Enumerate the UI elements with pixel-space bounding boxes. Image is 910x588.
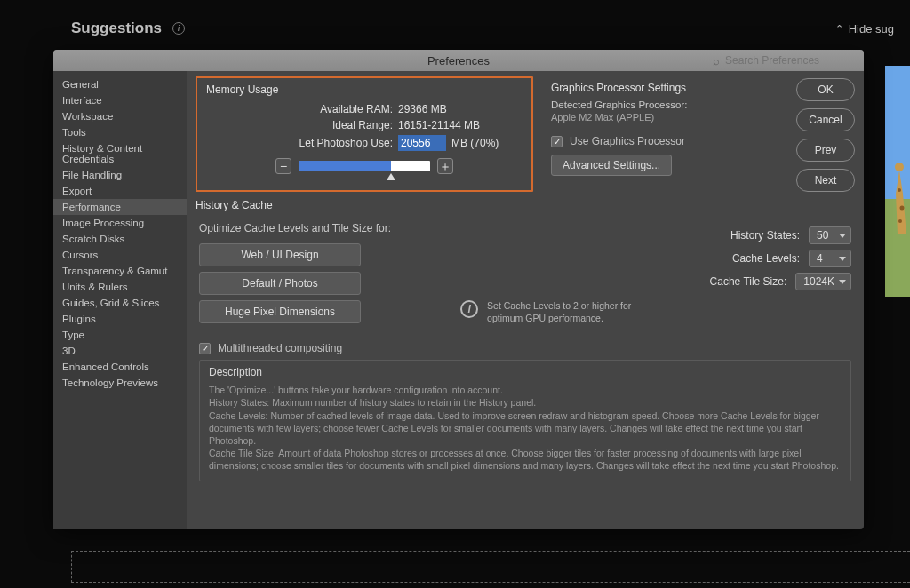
sidebar-item-cursors[interactable]: Cursors [53,247,187,263]
sidebar-item-export[interactable]: Export [53,183,187,199]
gpu-title: Graphics Processor Settings [551,82,778,94]
description-line1: The 'Optimize...' buttons take your hard… [209,384,842,396]
hide-suggestions-button[interactable]: ⌃ Hide sug [835,22,894,36]
preferences-main: Memory Usage Available RAM: 29366 MB Ide… [187,71,864,529]
hide-suggestions-label: Hide sug [849,22,894,36]
use-gpu-checkbox[interactable] [551,136,563,147]
history-cache-title: History & Cache [196,199,855,211]
next-button[interactable]: Next [796,169,855,192]
cache-levels-label: Cache Levels: [732,252,800,265]
suggestions-label: Suggestions [71,20,162,37]
cache-tile-size-select[interactable]: 1024K [795,273,851,290]
search-input[interactable] [725,54,853,67]
memory-decrease-button[interactable]: − [275,158,291,174]
detected-gpu-name: Apple M2 Max (APPLE) [551,112,778,123]
sidebar-item-image-processing[interactable]: Image Processing [53,215,187,231]
sidebar-item-transparency-gamut[interactable]: Transparency & Gamut [53,263,187,279]
svg-point-2 [895,163,904,171]
history-cache-section: History & Cache Optimize Cache Levels an… [196,199,855,330]
sidebar-item-performance[interactable]: Performance [53,199,187,215]
memory-suffix: MB (70%) [451,137,499,149]
sidebar-item-type[interactable]: Type [53,327,187,343]
sidebar-item-history-content-credentials[interactable]: History & Content Credentials [53,140,187,167]
sidebar-item-file-handling[interactable]: File Handling [53,167,187,183]
sidebar-item-3d[interactable]: 3D [53,343,187,359]
selection-marquee [71,551,910,583]
ok-button[interactable]: OK [796,78,855,101]
description-line3: Cache Levels: Number of cached levels of… [209,409,842,448]
multithreaded-checkbox[interactable] [199,343,211,354]
cache-tile-size-label: Cache Tile Size: [710,275,787,288]
description-box: Description The 'Optimize...' buttons ta… [199,360,851,481]
advanced-settings-button[interactable]: Advanced Settings... [551,155,672,176]
chevron-up-icon: ⌃ [835,23,843,35]
cache-levels-select[interactable]: 4 [809,250,851,267]
info-icon: i [460,300,478,318]
description-title: Description [209,366,842,378]
search-preferences[interactable]: ⌕ [713,54,853,68]
sidebar-item-guides-grid-slices[interactable]: Guides, Grid & Slices [53,295,187,311]
dialog-title: Preferences [427,54,490,68]
let-photoshop-use-label: Let Photoshop Use: [251,137,393,149]
memory-usage-section: Memory Usage Available RAM: 29366 MB Ide… [196,76,533,192]
description-line4: Cache Tile Size: Amount of data Photosho… [209,447,842,472]
gpu-section: Graphics Processor Settings Detected Gra… [542,76,787,192]
preferences-sidebar: GeneralInterfaceWorkspaceToolsHistory & … [53,71,187,529]
preferences-dialog: Preferences ⌕ GeneralInterfaceWorkspaceT… [53,50,864,529]
sidebar-item-enhanced-controls[interactable]: Enhanced Controls [53,359,187,375]
sidebar-item-units-rulers[interactable]: Units & Rulers [53,279,187,295]
cancel-button[interactable]: Cancel [796,108,855,131]
suggestions-title: Suggestions i [71,20,185,37]
prev-button[interactable]: Prev [796,139,855,162]
web-ui-design-button[interactable]: Web / UI Design [199,243,361,266]
sidebar-item-tools[interactable]: Tools [53,124,187,140]
info-icon[interactable]: i [172,22,185,35]
ideal-range-label: Ideal Range: [251,119,393,131]
svg-point-3 [898,188,901,192]
dialog-header: Preferences ⌕ [53,50,864,71]
svg-point-5 [898,219,902,223]
sidebar-item-technology-previews[interactable]: Technology Previews [53,375,187,391]
multithreaded-label: Multithreaded compositing [218,342,342,354]
available-ram-value: 29366 MB [398,103,523,115]
sidebar-item-general[interactable]: General [53,76,187,92]
sidebar-item-interface[interactable]: Interface [53,92,187,108]
memory-increase-button[interactable]: ＋ [437,158,453,174]
giraffe-image [885,155,910,261]
huge-pixel-button[interactable]: Huge Pixel Dimensions [199,300,361,323]
default-photos-button[interactable]: Default / Photos [199,272,361,295]
sidebar-item-scratch-disks[interactable]: Scratch Disks [53,231,187,247]
svg-point-4 [900,206,905,211]
memory-slider[interactable] [299,161,430,171]
history-states-label: History States: [730,229,800,242]
available-ram-label: Available RAM: [251,103,393,115]
history-states-select[interactable]: 50 [809,226,851,244]
sidebar-item-plugins[interactable]: Plugins [53,311,187,327]
ideal-range-value: 16151-21144 MB [398,119,523,131]
sidebar-item-workspace[interactable]: Workspace [53,108,187,124]
memory-amount-input[interactable] [398,135,446,151]
search-icon: ⌕ [713,54,720,68]
optimize-prompt: Optimize Cache Levels and Tile Size for: [199,222,391,234]
detected-gpu-label: Detected Graphics Processor: [551,99,778,110]
memory-usage-title: Memory Usage [206,83,523,96]
description-line2: History States: Maximum number of histor… [209,396,842,409]
cache-tip: Set Cache Levels to 2 or higher for opti… [487,300,638,324]
memory-slider-handle[interactable] [387,173,395,180]
memory-slider-fill [299,161,391,171]
canvas-preview [885,66,910,297]
use-gpu-label: Use Graphics Processor [570,135,685,147]
dialog-buttons: OK Cancel Prev Next [796,76,855,192]
